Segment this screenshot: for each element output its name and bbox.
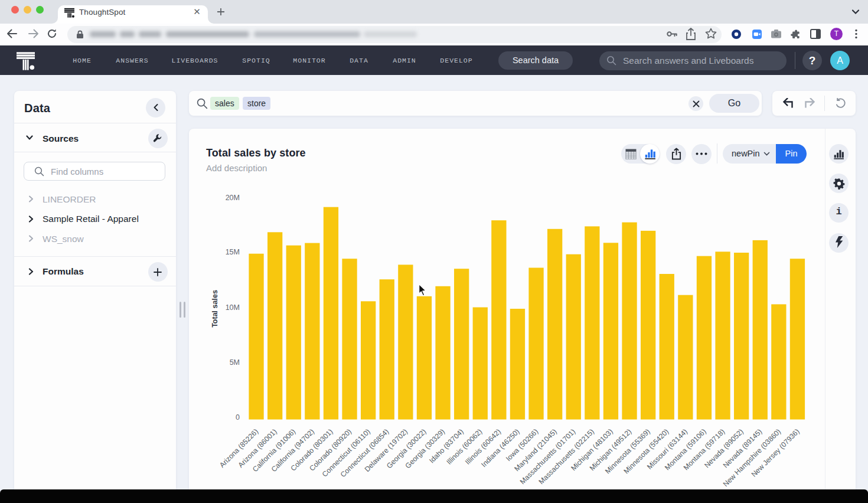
svg-text:15M: 15M [226,248,240,256]
svg-text:20M: 20M [226,194,240,202]
svg-text:10M: 10M [226,303,240,312]
svg-text:0: 0 [236,413,240,422]
svg-text:Total sales: Total sales [211,290,219,328]
svg-text:5M: 5M [230,358,240,367]
